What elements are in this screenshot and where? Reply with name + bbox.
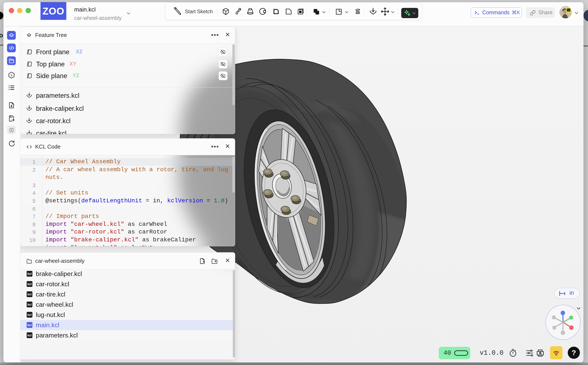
svg-text:x: x bbox=[10, 73, 12, 77]
